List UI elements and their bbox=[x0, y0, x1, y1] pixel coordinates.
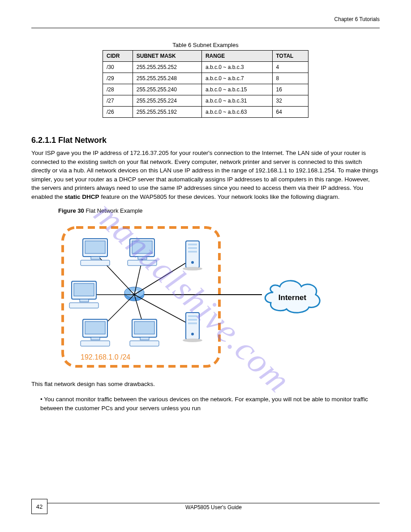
table-row: /26 255.255.255.192 a.b.c.0 ~ a.b.c.63 6… bbox=[103, 107, 308, 118]
svg-rect-26 bbox=[81, 341, 110, 346]
para-text-a: Your ISP gave you the IP address of 172.… bbox=[31, 150, 378, 200]
svg-rect-16 bbox=[132, 241, 152, 253]
pc-icon bbox=[128, 239, 157, 266]
svg-rect-32 bbox=[188, 244, 197, 245]
server-icon bbox=[183, 241, 202, 270]
th-cidr: CIDR bbox=[103, 51, 133, 62]
server-icon bbox=[183, 313, 202, 342]
pc-icon bbox=[81, 319, 110, 346]
svg-rect-40 bbox=[188, 322, 197, 324]
th-range: RANGE bbox=[201, 51, 272, 62]
svg-rect-17 bbox=[138, 257, 147, 259]
svg-rect-30 bbox=[130, 341, 159, 346]
drawback-lead: This flat network design has some drawba… bbox=[31, 380, 380, 389]
table-header-row: CIDR SUBNET MASK RANGE TOTAL bbox=[103, 51, 308, 62]
th-mask: SUBNET MASK bbox=[133, 51, 201, 62]
svg-rect-22 bbox=[69, 303, 98, 308]
table-caption: Table 6 Subnet Examples bbox=[31, 42, 380, 48]
bullet-item: • You cannot monitor traffic between the… bbox=[40, 395, 380, 412]
network-diagram-svg: Internet 192.168.1.0 /24 bbox=[58, 223, 327, 371]
svg-rect-29 bbox=[140, 337, 149, 340]
svg-point-41 bbox=[191, 333, 194, 335]
table-row: /30 255.255.255.252 a.b.c.0 ~ a.b.c.3 4 bbox=[103, 62, 308, 73]
paragraph-intro: Your ISP gave you the IP address of 172.… bbox=[31, 149, 380, 201]
svg-rect-34 bbox=[188, 251, 197, 253]
svg-rect-39 bbox=[188, 319, 197, 321]
page: Chapter 6 Tutorials Table 6 Subnet Examp… bbox=[0, 0, 411, 532]
svg-rect-18 bbox=[128, 260, 157, 266]
svg-point-35 bbox=[191, 261, 194, 264]
subnet-table: CIDR SUBNET MASK RANGE TOTAL /30 255.255… bbox=[103, 50, 308, 118]
figure-network-diagram: manualshive.com bbox=[58, 223, 327, 371]
footer: 42 WAP5805 User's Guide bbox=[31, 499, 380, 514]
pc-icon bbox=[81, 239, 110, 266]
th-total: TOTAL bbox=[272, 51, 308, 62]
svg-rect-28 bbox=[134, 322, 154, 334]
svg-rect-38 bbox=[188, 315, 197, 317]
table-row: /28 255.255.255.240 a.b.c.0 ~ a.b.c.15 1… bbox=[103, 84, 308, 95]
svg-rect-12 bbox=[85, 241, 105, 253]
chapter-label: Chapter 6 Tutorials bbox=[334, 16, 380, 22]
page-number: 42 bbox=[31, 499, 47, 514]
figure-title: Flat Network Example bbox=[86, 207, 142, 214]
svg-rect-20 bbox=[74, 283, 94, 296]
svg-point-36 bbox=[183, 267, 202, 270]
svg-rect-33 bbox=[188, 247, 197, 249]
figure-caption-line: Figure 30 Flat Network Example bbox=[58, 207, 380, 214]
para-text-b: feature on the WAP5805 for these devices… bbox=[101, 193, 339, 200]
svg-rect-13 bbox=[91, 257, 100, 259]
subnet-label: 192.168.1.0 /24 bbox=[81, 353, 130, 361]
pc-icon bbox=[130, 319, 159, 346]
header-rule bbox=[31, 28, 380, 28]
internet-label: Internet bbox=[278, 293, 307, 302]
footer-doc-title: WAP5805 User's Guide bbox=[47, 504, 380, 511]
svg-point-42 bbox=[183, 339, 202, 342]
internet-cloud-icon: Internet bbox=[265, 281, 320, 313]
pc-icon bbox=[69, 281, 98, 308]
svg-rect-24 bbox=[85, 322, 105, 334]
svg-rect-21 bbox=[80, 299, 89, 302]
para-text-bold: static DHCP bbox=[64, 193, 99, 200]
table-row: /27 255.255.255.224 a.b.c.0 ~ a.b.c.31 3… bbox=[103, 95, 308, 107]
table-row: /29 255.255.255.248 a.b.c.0 ~ a.b.c.7 8 bbox=[103, 73, 308, 84]
section-heading: 6.2.1.1 Flat Network bbox=[31, 136, 380, 145]
svg-rect-25 bbox=[91, 337, 100, 340]
figure-label: Figure 30 bbox=[58, 207, 86, 214]
svg-rect-14 bbox=[81, 260, 110, 266]
